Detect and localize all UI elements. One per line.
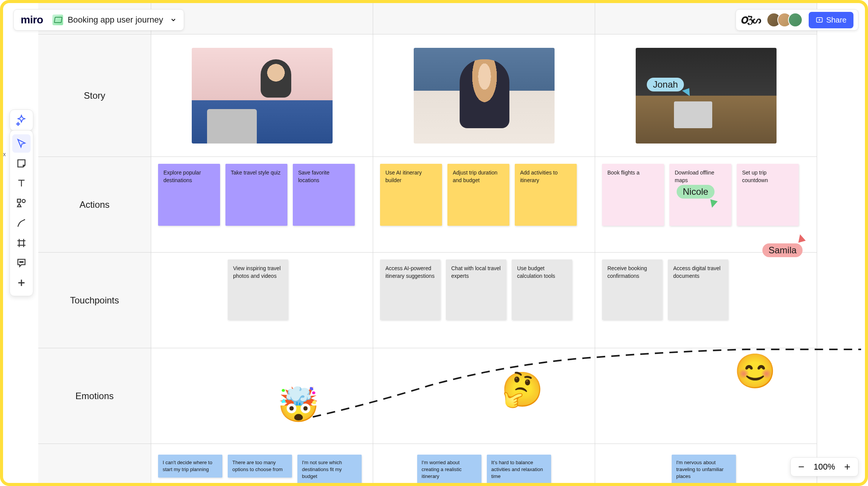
svg-point-4 (21, 262, 22, 263)
pain-cell-1[interactable]: I can't decide where to start my trip pl… (151, 444, 373, 483)
emoji-overwhelmed[interactable]: 🤯 (277, 385, 320, 424)
sticky-note[interactable]: It's hard to balance activities and rela… (487, 455, 551, 483)
svg-point-2 (22, 199, 25, 202)
row-label-emotions: Emotions (38, 348, 151, 444)
zoom-out-button[interactable]: − (796, 462, 807, 472)
board-name[interactable]: Booking app user journey (68, 15, 163, 25)
text-tool[interactable] (12, 174, 31, 192)
share-icon (816, 16, 823, 24)
touchpoints-cell-3[interactable]: Receive booking confirmations Access dig… (595, 253, 817, 348)
sticky-note[interactable]: I'm not sure which destinations fit my b… (297, 455, 362, 483)
sticky-note[interactable]: Access AI-powered itinerary suggestions (380, 259, 441, 320)
row-label-story: Story (38, 34, 151, 157)
activity-icon[interactable]: 𝙊ℨᔕ (741, 14, 760, 26)
sticky-note[interactable]: Use AI itinerary builder (380, 164, 442, 226)
zoom-in-button[interactable]: + (842, 462, 853, 472)
ai-tool[interactable] (10, 109, 33, 131)
board-title-bar[interactable]: miro Booking app user journey (13, 9, 184, 31)
story-image[interactable] (192, 48, 333, 144)
emoji-thinking[interactable]: 🤔 (501, 370, 543, 409)
stray-x: x (3, 151, 6, 157)
avatar[interactable] (788, 13, 803, 27)
sticky-note[interactable]: Take travel style quiz (225, 164, 287, 226)
sticky-note[interactable]: Save favorite locations (293, 164, 355, 226)
touchpoints-cell-1[interactable]: View inspiring travel photos and videos (151, 253, 373, 348)
zoom-control: − 100% + (790, 457, 858, 476)
comment-tool[interactable] (12, 254, 31, 272)
select-tool[interactable] (12, 134, 31, 153)
svg-point-5 (22, 262, 23, 263)
header-right: 𝙊ℨᔕ Share (736, 9, 858, 31)
story-cell-1[interactable] (151, 34, 373, 157)
sticky-note[interactable]: I can't decide where to start my trip pl… (158, 455, 222, 478)
sticky-note[interactable]: I'm nervous about traveling to unfamilia… (672, 455, 736, 483)
miro-logo: miro (21, 14, 43, 26)
svg-point-3 (20, 262, 20, 263)
emoji-happy[interactable]: 😊 (734, 351, 776, 391)
more-tool[interactable] (12, 274, 31, 292)
share-button[interactable]: Share (809, 12, 853, 28)
sticky-note[interactable]: Explore popular destinations (158, 164, 220, 226)
shapes-tool[interactable] (12, 194, 31, 212)
sticky-note[interactable]: Use budget calculation tools (512, 259, 572, 320)
frame-tool[interactable] (12, 234, 31, 252)
share-label: Share (826, 16, 847, 24)
chevron-down-icon[interactable] (170, 16, 177, 23)
sticky-note[interactable]: Add activities to itinerary (515, 164, 577, 226)
board-icon (52, 15, 63, 25)
story-cell-3[interactable] (595, 34, 817, 157)
cursor-jonah: Jonah (647, 78, 684, 91)
sticky-note[interactable]: I'm worried about creating a realistic i… (417, 455, 481, 483)
cursor-samila: Samila (762, 243, 803, 257)
pain-cell-2[interactable]: I'm worried about creating a realistic i… (373, 444, 595, 483)
sticky-note[interactable]: Chat with local travel experts (446, 259, 506, 320)
collaborator-avatars[interactable] (767, 13, 803, 27)
left-toolbar (10, 130, 33, 296)
pain-cell-3[interactable]: I'm nervous about traveling to unfamilia… (595, 444, 817, 483)
svg-rect-1 (18, 199, 21, 202)
sticky-note[interactable]: Receive booking confirmations (602, 259, 662, 320)
cursor-nicole: Nicole (677, 185, 715, 199)
sticky-note[interactable]: There are too many options to choose fro… (228, 455, 292, 478)
story-image[interactable] (636, 48, 777, 144)
pen-tool[interactable] (12, 214, 31, 232)
story-image[interactable] (414, 48, 555, 144)
app-header: miro Booking app user journey 𝙊ℨᔕ Share (13, 8, 858, 31)
zoom-level[interactable]: 100% (814, 462, 835, 472)
sticky-note[interactable]: Adjust trip duration and budget (447, 164, 509, 226)
actions-cell-3[interactable]: Book flights a Download offline maps Set… (595, 157, 817, 253)
sticky-note[interactable]: Access digital travel documents (668, 259, 728, 320)
actions-cell-2[interactable]: Use AI itinerary builder Adjust trip dur… (373, 157, 595, 253)
row-label-actions: Actions (38, 157, 151, 253)
canvas[interactable]: Story Actions Explore popular destinatio… (38, 3, 865, 483)
actions-cell-1[interactable]: Explore popular destinations Take travel… (151, 157, 373, 253)
sticky-note[interactable]: Set up trip countdown (737, 164, 799, 226)
sticky-tool[interactable] (12, 154, 31, 173)
row-label-pain (38, 444, 151, 483)
sticky-note[interactable]: Book flights a (602, 164, 664, 226)
sticky-note[interactable]: View inspiring travel photos and videos (228, 259, 288, 320)
row-label-touchpoints: Touchpoints (38, 253, 151, 348)
touchpoints-cell-2[interactable]: Access AI-powered itinerary suggestions … (373, 253, 595, 348)
story-cell-2[interactable] (373, 34, 595, 157)
